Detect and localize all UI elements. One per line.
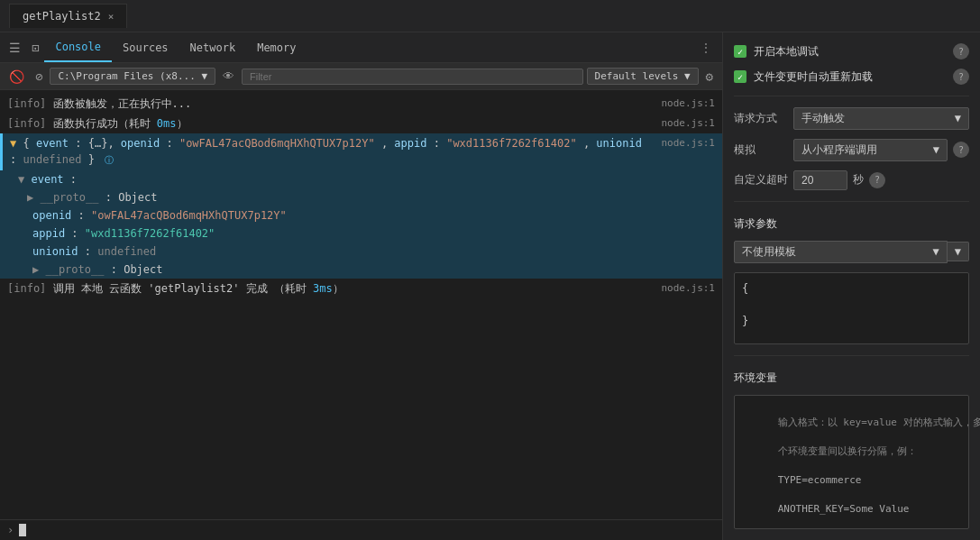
template-select-row: 不使用模板 ▼ ▼: [734, 241, 969, 263]
json-editor[interactable]: { }: [734, 272, 969, 344]
title-tab-label: getPlaylist2: [23, 10, 101, 23]
tab-network[interactable]: Network: [179, 32, 247, 62]
local-debug-checkbox[interactable]: ✓: [734, 45, 746, 58]
auto-reload-help[interactable]: ?: [953, 69, 969, 85]
divider-3: [734, 355, 969, 356]
template-select[interactable]: 不使用模板 ▼: [734, 241, 948, 263]
divider-1: [734, 96, 969, 96]
eye-icon[interactable]: 👁: [219, 68, 238, 85]
auto-reload-checkbox[interactable]: ✓: [734, 70, 746, 83]
env-textarea[interactable]: 输入格式：以 key=value 对的格式输入，多 个环境变量间以换行分隔，例：…: [734, 395, 969, 529]
request-method-row: 请求方式 手动触发 ▼: [734, 107, 969, 130]
auto-reload-label: 文件变更时自动重新加载: [754, 69, 946, 85]
right-panel: ✓ 开启本地调试 ? ✓ 文件变更时自动重新加载 ? 请求方式 手动触发 ▼ 模…: [723, 32, 980, 540]
devtools-panel: ☰ ⊡ Console Sources Network Memory ⋮ 🚫 ⊘…: [0, 32, 723, 540]
console-output: [info] 函数被触发，正在执行中... node.js:1 [info] 函…: [0, 90, 722, 519]
devtools-icon-2[interactable]: ⊡: [26, 37, 44, 59]
tab-sources[interactable]: Sources: [112, 32, 179, 62]
console-line-4: [info] 调用 本地 云函数 'getPlaylist2' 完成 （耗时 3…: [0, 279, 722, 298]
devtools-menu-button[interactable]: ⋮: [693, 38, 719, 58]
tree-proto2[interactable]: ▶ __proto__ : Object: [0, 261, 722, 279]
auto-reload-row: ✓ 文件变更时自动重新加载 ?: [734, 69, 969, 85]
mock-label: 模拟: [734, 142, 788, 158]
console-line-1: [info] 函数被触发，正在执行中... node.js:1: [0, 94, 722, 114]
tab-console[interactable]: Console: [44, 32, 112, 62]
divider-2: [734, 201, 969, 202]
params-label: 请求参数: [734, 216, 969, 232]
title-tab-close[interactable]: ×: [108, 11, 114, 23]
console-object-line[interactable]: ▼ { event : {…}, openid : "owFAL47acQBod…: [0, 133, 722, 170]
console-cursor: [19, 524, 26, 536]
title-tab[interactable]: getPlaylist2 ×: [9, 4, 127, 28]
timeout-unit: 秒: [853, 172, 864, 188]
tab-memory[interactable]: Memory: [246, 32, 307, 62]
gear-icon[interactable]: ⚙: [702, 68, 717, 86]
main-layout: ☰ ⊡ Console Sources Network Memory ⋮ 🚫 ⊘…: [0, 32, 980, 540]
timeout-input[interactable]: [793, 170, 847, 190]
tree-event[interactable]: ▼ event :: [0, 170, 722, 188]
timeout-label: 自定义超时: [734, 172, 788, 188]
console-line-2: [info] 函数执行成功（耗时 0ms） node.js:1: [0, 114, 722, 133]
no-entry-icon[interactable]: ⊘: [32, 68, 46, 86]
env-label: 环境变量: [734, 371, 969, 386]
filter-input[interactable]: [242, 69, 583, 85]
timeout-row: 自定义超时 秒 ?: [734, 170, 969, 190]
mock-help[interactable]: ?: [953, 142, 969, 158]
mock-row: 模拟 从小程序端调用 ▼ ?: [734, 139, 969, 161]
tree-openid: openid : "owFAL47acQBod6mqHXhQTUX7p12Y": [0, 206, 722, 224]
request-method-select[interactable]: 手动触发 ▼: [793, 107, 969, 130]
local-debug-label: 开启本地调试: [754, 44, 946, 59]
devtools-toolbar: 🚫 ⊘ C:\Program Files (x8... ▼ 👁 Default …: [0, 63, 722, 90]
clear-console-icon[interactable]: 🚫: [5, 68, 28, 86]
devtools-icon-1[interactable]: ☰: [4, 37, 26, 59]
request-method-label: 请求方式: [734, 111, 788, 126]
console-input-row: ›: [0, 519, 722, 540]
mock-select[interactable]: 从小程序端调用 ▼: [793, 139, 948, 161]
timeout-help[interactable]: ?: [869, 172, 885, 188]
console-prompt: ›: [7, 524, 14, 536]
devtools-tabs: ☰ ⊡ Console Sources Network Memory ⋮: [0, 32, 722, 63]
levels-selector[interactable]: Default levels ▼: [587, 68, 699, 85]
local-debug-help[interactable]: ?: [953, 43, 969, 59]
path-selector[interactable]: C:\Program Files (x8... ▼: [50, 68, 215, 85]
tree-appid: appid : "wxd1136f7262f61402": [0, 224, 722, 243]
tree-unionid: unionid : undefined: [0, 243, 722, 261]
template-extra-button[interactable]: ▼: [948, 242, 969, 261]
tree-proto1[interactable]: ▶ __proto__ : Object: [0, 188, 722, 206]
title-bar: getPlaylist2 ×: [0, 0, 980, 32]
local-debug-row: ✓ 开启本地调试 ?: [734, 43, 969, 59]
